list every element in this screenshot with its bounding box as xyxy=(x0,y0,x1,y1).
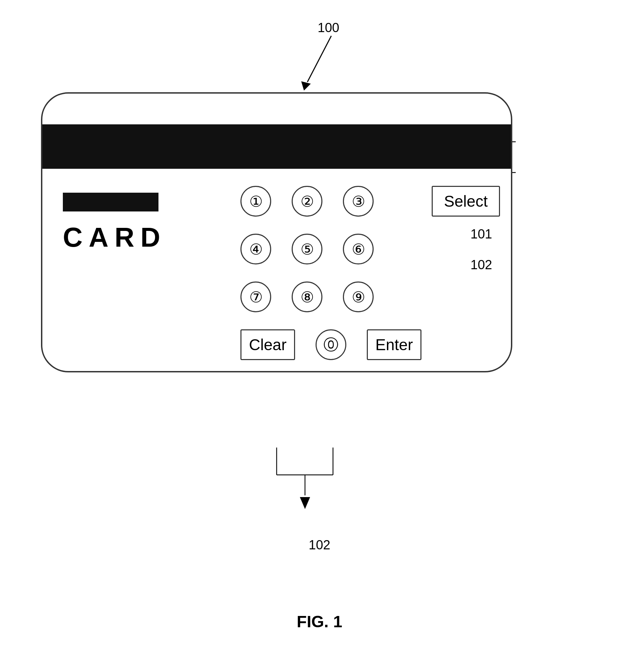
keypad-row-2: ④ ⑤ ⑥ xyxy=(240,234,500,264)
card: CARD ① ② ③ Select ④ ⑤ ⑥ ⑦ ⑧ ⑨ xyxy=(41,92,512,372)
label-102-bottom: 102 xyxy=(309,538,330,552)
magnetic-stripe xyxy=(42,124,511,169)
label-101: 101 xyxy=(471,227,492,242)
svg-marker-1 xyxy=(301,81,311,91)
key-5[interactable]: ⑤ xyxy=(292,234,322,264)
clear-button[interactable]: Clear xyxy=(240,329,295,360)
enter-button[interactable]: Enter xyxy=(367,329,421,360)
keypad-row-4: Clear ⓪ Enter xyxy=(240,329,500,360)
label-100: 100 xyxy=(318,20,339,35)
keypad-row-3: ⑦ ⑧ ⑨ xyxy=(240,282,500,312)
svg-marker-8 xyxy=(300,497,310,509)
key-3[interactable]: ③ xyxy=(343,186,374,217)
key-6[interactable]: ⑥ xyxy=(343,234,374,264)
card-left: CARD xyxy=(63,193,227,253)
key-0[interactable]: ⓪ xyxy=(316,329,346,360)
keypad: ① ② ③ Select ④ ⑤ ⑥ ⑦ ⑧ ⑨ Clear ⓪ xyxy=(240,186,500,372)
page: 100 CARD ① ② ③ Select ④ ⑤ ⑥ xyxy=(0,0,639,672)
keypad-row-1: ① ② ③ Select xyxy=(240,186,500,217)
signature-strip xyxy=(63,193,158,211)
key-2[interactable]: ② xyxy=(292,186,322,217)
key-8[interactable]: ⑧ xyxy=(292,282,322,312)
key-1[interactable]: ① xyxy=(240,186,271,217)
card-label: CARD xyxy=(63,222,227,253)
key-7[interactable]: ⑦ xyxy=(240,282,271,312)
select-button[interactable]: Select xyxy=(432,186,500,217)
fig-caption: FIG. 1 xyxy=(297,612,342,631)
svg-line-0 xyxy=(307,36,331,82)
key-9[interactable]: ⑨ xyxy=(343,282,374,312)
key-4[interactable]: ④ xyxy=(240,234,271,264)
label-102-card: 102 xyxy=(471,258,492,272)
